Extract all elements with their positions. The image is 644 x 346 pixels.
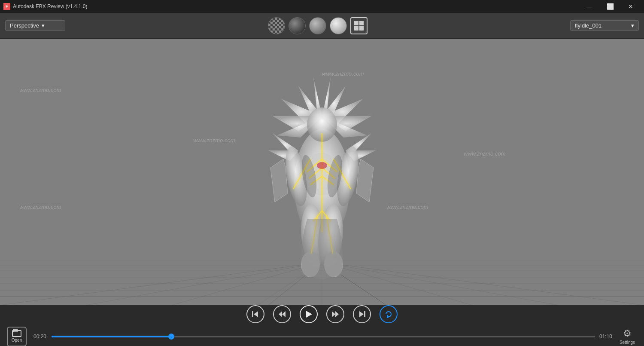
play-button[interactable] [300, 305, 318, 323]
svg-marker-60 [254, 311, 258, 317]
timeline-track[interactable] [52, 336, 595, 337]
perspective-dropdown[interactable]: Perspective ▾ [5, 20, 65, 31]
light-sphere-btn[interactable] [330, 17, 347, 34]
checkerboard-btn[interactable] [268, 17, 285, 34]
app-title: Autodesk FBX Review (v1.4.1.0) [13, 3, 87, 9]
open-button[interactable]: Open [7, 327, 27, 346]
animation-select[interactable]: flyidle_001 ▾ [570, 20, 639, 31]
title-bar-left: F Autodesk FBX Review (v1.4.1.0) [3, 3, 87, 10]
open-label: Open [12, 338, 22, 343]
settings-label: Settings [620, 340, 635, 345]
watermark-1: www.znzmo.com [19, 87, 61, 93]
svg-marker-61 [279, 311, 282, 317]
timeline-row: Open 00:20 01:10 ⚙ Settings [7, 327, 637, 346]
svg-marker-64 [332, 311, 335, 317]
dark-sphere-btn[interactable] [289, 17, 306, 34]
mid-sphere-btn[interactable] [309, 17, 326, 34]
character-model [247, 64, 397, 288]
svg-marker-63 [306, 311, 312, 318]
skip-forward-button[interactable] [353, 305, 371, 323]
toolbar-right: flyidle_001 ▾ [570, 20, 639, 31]
forward-button[interactable] [326, 305, 344, 323]
svg-rect-59 [252, 311, 253, 317]
rewind-button[interactable] [273, 305, 291, 323]
transport-controls [7, 305, 637, 323]
svg-marker-62 [282, 311, 286, 317]
settings-button[interactable]: ⚙ Settings [617, 327, 637, 346]
toolbar: Perspective ▾ flyidle_001 ▾ [0, 13, 644, 39]
svg-marker-67 [359, 311, 364, 317]
time-end-label: 01:10 [599, 334, 613, 340]
skip-back-button[interactable] [246, 305, 264, 323]
toolbar-left: Perspective ▾ [5, 20, 65, 31]
toolbar-center [268, 17, 368, 34]
title-bar-controls: — ⬜ ✕ [580, 0, 641, 13]
svg-marker-37 [270, 159, 288, 202]
timeline-thumb[interactable] [168, 334, 174, 340]
perspective-chevron: ▾ [42, 22, 45, 29]
svg-marker-65 [335, 311, 339, 317]
grid-view-btn[interactable] [350, 17, 368, 34]
watermark-3: www.znzmo.com [19, 204, 61, 210]
animation-chevron: ▾ [631, 22, 634, 29]
bottom-bar: Open 00:20 01:10 ⚙ Settings [0, 305, 644, 346]
title-bar: F Autodesk FBX Review (v1.4.1.0) — ⬜ ✕ [0, 0, 644, 13]
animation-name: flyidle_001 [575, 22, 601, 29]
maximize-button[interactable]: ⬜ [600, 0, 620, 13]
open-icon [12, 330, 21, 337]
svg-rect-66 [364, 311, 365, 317]
time-start-label: 00:20 [33, 334, 47, 340]
svg-marker-68 [387, 315, 389, 318]
gear-icon: ⚙ [623, 328, 632, 339]
minimize-button[interactable]: — [580, 0, 599, 13]
close-button[interactable]: ✕ [621, 0, 641, 13]
watermark-5: www.znzmo.com [193, 137, 235, 144]
app-icon: F [3, 3, 10, 10]
watermark-6: www.znzmo.com [464, 150, 506, 157]
perspective-label: Perspective [10, 22, 39, 29]
svg-marker-38 [356, 159, 374, 202]
svg-point-58 [317, 162, 327, 169]
grid-view-icon [354, 21, 364, 31]
loop-button[interactable] [380, 305, 398, 323]
viewport[interactable]: www.znzmo.com www.znzmo.com www.znzmo.co… [0, 39, 644, 305]
timeline-progress [52, 336, 171, 337]
